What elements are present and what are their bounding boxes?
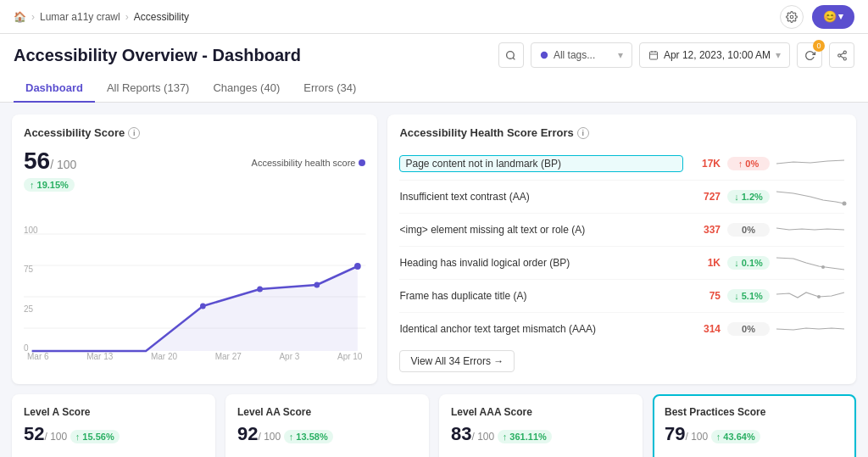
refresh-button[interactable]: 0 xyxy=(797,42,822,68)
best-practices-total: / 100 xyxy=(685,431,708,443)
health-errors-panel: Accessibility Health Score Errors i Page… xyxy=(387,114,856,384)
error-row-0: Page content not in landmark (BP) 17K ↑ … xyxy=(399,148,844,181)
breadcrumb-current: Accessibility xyxy=(134,11,189,23)
error-count-0: 17K xyxy=(690,158,721,170)
settings-icon-button[interactable] xyxy=(780,5,804,29)
error-row-5: Identical anchor text target mismatch (A… xyxy=(399,313,844,345)
error-sparkline-1 xyxy=(776,185,844,209)
level-aaa-badge: ↑ 361.11% xyxy=(498,430,552,443)
page-title: Accessibility Overview - Dashboard xyxy=(14,46,301,65)
x-label-apr10: Apr 10 xyxy=(337,352,362,361)
score-chart: 100 75 25 0 Mar 6 Mar 13 Mar 20 Mar 27 A… xyxy=(24,226,365,361)
level-aa-score: 92 xyxy=(237,423,258,444)
svg-point-22 xyxy=(821,265,825,269)
level-aa-title: Level AA Score xyxy=(237,406,417,418)
share-button[interactable] xyxy=(829,42,854,68)
x-label-apr3: Apr 3 xyxy=(279,352,299,361)
svg-point-8 xyxy=(837,53,840,56)
error-row-3: Heading has invalid logical order (BP) 1… xyxy=(399,247,844,280)
error-badge-4: ↓ 5.1% xyxy=(727,289,770,303)
svg-rect-3 xyxy=(649,52,657,59)
x-label-mar27: Mar 27 xyxy=(215,352,242,361)
level-aa-chart xyxy=(237,452,417,457)
level-aa-total: / 100 xyxy=(258,431,281,443)
refresh-badge: 0 xyxy=(813,40,825,52)
main-content: Accessibility Score i 56/ 100 ↑ 19.15% A… xyxy=(0,103,868,457)
svg-marker-16 xyxy=(32,266,358,351)
best-practices-chart xyxy=(665,452,844,457)
svg-line-10 xyxy=(840,56,843,58)
error-name-3: Heading has invalid logical order (BP) xyxy=(399,257,683,269)
date-picker-button[interactable]: Apr 12, 2023, 10:00 AM ▾ xyxy=(639,42,790,68)
error-sparkline-0 xyxy=(776,152,844,176)
score-info-icon[interactable]: i xyxy=(128,127,140,139)
svg-point-7 xyxy=(843,51,846,53)
dropdown-arrow-icon: ▾ xyxy=(618,49,623,61)
errors-info-icon[interactable]: i xyxy=(577,127,589,139)
best-practices-card: Best Practices Score 79/ 100 ↑ 43.64% xyxy=(653,394,856,457)
tabs: Dashboard All Reports (137) Changes (40)… xyxy=(14,75,854,102)
error-count-4: 75 xyxy=(690,290,721,302)
tab-dashboard[interactable]: Dashboard xyxy=(14,75,95,103)
best-practices-badge: ↑ 43.64% xyxy=(711,430,760,443)
date-label: Apr 12, 2023, 10:00 AM xyxy=(664,49,771,61)
error-count-2: 337 xyxy=(690,224,721,236)
level-a-title: Level A Score xyxy=(24,406,203,418)
view-all-errors-button[interactable]: View All 34 Errors → xyxy=(399,350,515,372)
level-a-total: / 100 xyxy=(44,431,67,443)
health-score-label: Accessibility health score xyxy=(252,158,356,168)
svg-line-11 xyxy=(840,53,843,54)
tab-all-reports[interactable]: All Reports (137) xyxy=(95,75,202,103)
header-controls: All tags... ▾ Apr 12, 2023, 10:00 AM ▾ 0 xyxy=(498,42,854,68)
svg-point-0 xyxy=(790,15,793,19)
x-label-mar13: Mar 13 xyxy=(86,352,113,361)
page-header: Accessibility Overview - Dashboard All t… xyxy=(0,34,868,103)
svg-point-21 xyxy=(843,202,847,206)
error-name-2: <img> element missing alt text or role (… xyxy=(399,224,683,236)
health-score-dot xyxy=(359,159,365,166)
error-row-1: Insufficient text contrast (AA) 727 ↓ 1.… xyxy=(399,181,844,214)
breadcrumb: 🏠 › Lumar a11y crawl › Accessibility xyxy=(14,11,189,23)
error-row-4: Frame has duplicate title (A) 75 ↓ 5.1% xyxy=(399,280,844,313)
svg-point-18 xyxy=(257,287,263,293)
error-count-1: 727 xyxy=(690,191,721,203)
error-badge-5: 0% xyxy=(727,322,770,336)
svg-point-19 xyxy=(314,282,320,288)
svg-point-17 xyxy=(200,304,206,309)
error-name-1: Insufficient text contrast (AA) xyxy=(399,191,683,203)
home-icon[interactable]: 🏠 xyxy=(14,11,26,23)
top-panels: Accessibility Score i 56/ 100 ↑ 19.15% A… xyxy=(12,114,856,384)
score-change-badge: ↑ 19.15% xyxy=(24,178,75,192)
score-total: / 100 xyxy=(50,158,76,171)
svg-point-1 xyxy=(507,51,515,59)
date-dropdown-arrow: ▾ xyxy=(776,49,781,61)
search-button[interactable] xyxy=(498,42,524,68)
x-label-mar6: Mar 6 xyxy=(27,352,49,361)
level-aa-card: Level AA Score 92/ 100 ↑ 13.58% xyxy=(225,394,429,457)
tab-errors[interactable]: Errors (34) xyxy=(292,75,368,103)
error-count-5: 314 xyxy=(690,323,721,335)
errors-panel-title: Accessibility Health Score Errors i xyxy=(399,126,844,139)
level-a-chart xyxy=(24,452,203,457)
tags-dropdown[interactable]: All tags... ▾ xyxy=(531,42,632,68)
user-avatar-button[interactable]: 😊 ▾ xyxy=(812,5,854,29)
breadcrumb-project[interactable]: Lumar a11y crawl xyxy=(40,11,120,23)
error-name-4: Frame has duplicate title (A) xyxy=(399,290,683,302)
best-practices-title: Best Practices Score xyxy=(665,406,844,418)
topbar-right: 😊 ▾ xyxy=(780,5,854,29)
error-name-0[interactable]: Page content not in landmark (BP) xyxy=(399,155,683,172)
level-aaa-chart xyxy=(451,452,631,457)
score-value: 56 xyxy=(24,148,50,174)
tags-dropdown-label: All tags... xyxy=(554,49,595,61)
tab-changes[interactable]: Changes (40) xyxy=(201,75,292,103)
bottom-cards: Level A Score 52/ 100 ↑ 15.56% Level AA … xyxy=(12,394,856,457)
breadcrumb-sep2: › xyxy=(125,11,129,23)
level-aa-badge: ↑ 13.58% xyxy=(284,430,333,443)
level-a-score: 52 xyxy=(24,423,44,444)
accessibility-score-panel: Accessibility Score i 56/ 100 ↑ 19.15% A… xyxy=(12,114,377,384)
svg-point-20 xyxy=(354,263,361,270)
level-aaa-score: 83 xyxy=(451,423,471,444)
svg-point-9 xyxy=(843,57,846,59)
x-label-mar20: Mar 20 xyxy=(151,352,177,361)
error-sparkline-5 xyxy=(776,317,844,341)
